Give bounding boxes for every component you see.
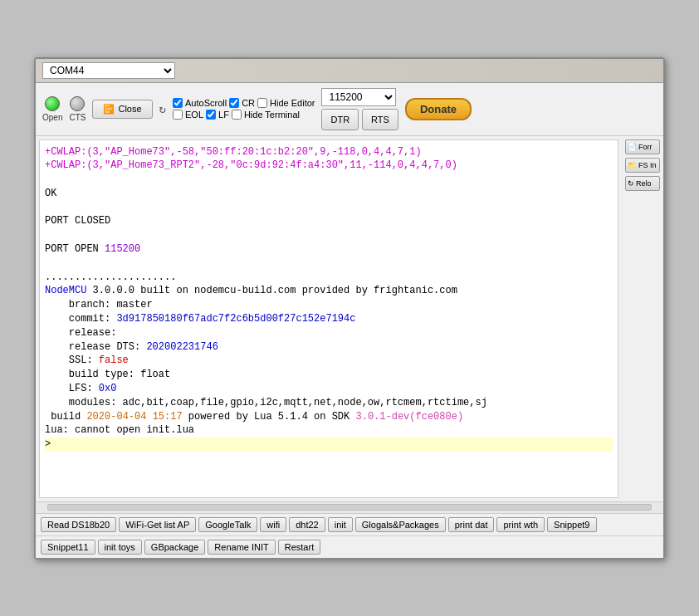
terminal-prompt[interactable]: > <box>45 438 613 452</box>
cts-label: CTS <box>69 113 86 122</box>
baud-select[interactable]: 115200 9600 19200 38400 57600 230400 <box>321 88 396 106</box>
checkbox-group: AutoScroll CR Hide Editor EOL LF Hide Te… <box>173 98 315 120</box>
terminal-line: release: <box>45 326 613 340</box>
terminal-line: SSL: false <box>45 354 613 368</box>
baud-dtr-group: 115200 9600 19200 38400 57600 230400 DTR… <box>321 88 398 130</box>
autoscroll-row: AutoScroll CR Hide Editor <box>173 98 315 108</box>
bottom-toolbar-row2: Snippet11 init toys GBpackage Rename INI… <box>36 535 663 558</box>
btn-dht22[interactable]: dht22 <box>289 517 325 532</box>
terminal-line: build 2020-04-04 15:17 powered by Lua 5.… <box>45 410 613 424</box>
refresh-icon[interactable]: ↻ <box>159 102 166 116</box>
terminal-line: OK <box>45 187 613 201</box>
terminal-line: build type: float <box>45 368 613 382</box>
hide-editor-checkbox[interactable] <box>257 98 267 108</box>
donate-button[interactable]: Donate <box>405 98 472 120</box>
terminal-line <box>45 228 613 242</box>
autoscroll-checkbox[interactable] <box>173 98 183 108</box>
terminal-line: release DTS: 202002231746 <box>45 340 613 354</box>
main-area: +CWLAP:(3,"AP_Home73",-58,"50:ff:20:1c:b… <box>36 136 663 501</box>
btn-print-dat[interactable]: print dat <box>448 517 495 532</box>
bottom-toolbar-row1: Read DS18b20 WiFi-Get list AP GoogleTalk… <box>36 513 663 535</box>
terminal-line: +CWLAP:(3,"AP_Home73_RPT2",-28,"0c:9d:92… <box>45 159 613 173</box>
btn-googletalk[interactable]: GoogleTalk <box>198 517 257 532</box>
hide-terminal-checkbox[interactable] <box>232 110 242 120</box>
fs-button[interactable]: 📁 FS In <box>625 158 660 173</box>
terminal-line: +CWLAP:(3,"AP_Home73",-58,"50:ff:20:1c:b… <box>45 145 613 159</box>
btn-rename-init[interactable]: Rename INIT <box>208 540 275 555</box>
terminal-line: lua: cannot open init.lua <box>45 423 613 438</box>
btn-init[interactable]: init <box>328 517 353 532</box>
terminal-line <box>45 201 613 215</box>
hide-editor-label: Hide Editor <box>270 98 315 108</box>
dtr-button[interactable]: DTR <box>321 109 359 130</box>
btn-snippet11[interactable]: Snippet11 <box>41 540 95 555</box>
cts-led <box>70 96 85 111</box>
horizontal-scrollbar[interactable] <box>36 501 663 513</box>
eol-row: EOL LF Hide Terminal <box>173 110 315 120</box>
toolbar: Open CTS 📴 Close ↻ AutoScroll CR Hide Ed… <box>36 83 663 136</box>
btn-restart[interactable]: Restart <box>278 540 320 555</box>
autoscroll-label: AutoScroll <box>185 98 227 108</box>
terminal-line: LFS: 0x0 <box>45 382 613 396</box>
terminal-line: branch: master <box>45 298 613 312</box>
side-panel: 📄 Forr 📁 FS In ↻ Relo <box>622 136 663 501</box>
open-group: Open <box>42 96 62 122</box>
btn-gbpackage[interactable]: GBpackage <box>144 540 205 555</box>
format-button[interactable]: 📄 Forr <box>625 139 660 154</box>
lf-checkbox[interactable] <box>206 110 216 120</box>
rts-button[interactable]: RTS <box>362 109 398 130</box>
fs-icon: 📁 <box>628 161 637 169</box>
terminal-line: ...................... <box>45 271 613 285</box>
btn-init-toys[interactable]: init toys <box>98 540 142 555</box>
scrollbar-track[interactable] <box>47 504 652 511</box>
terminal-output[interactable]: +CWLAP:(3,"AP_Home73",-58,"50:ff:20:1c:b… <box>39 139 618 498</box>
eol-label: EOL <box>185 110 203 120</box>
hide-terminal-label: Hide Terminal <box>244 110 300 120</box>
terminal-line: modules: adc,bit,coap,file,gpio,i2c,mqtt… <box>45 396 613 410</box>
eol-checkbox[interactable] <box>173 110 183 120</box>
lf-label: LF <box>218 110 229 120</box>
close-button[interactable]: 📴 Close <box>92 100 152 119</box>
terminal-line: NodeMCU 3.0.0.0 built on nodemcu-build.c… <box>45 284 613 298</box>
terminal-line <box>45 257 613 271</box>
port-select[interactable]: COM44 <box>42 62 175 79</box>
btn-snippet9[interactable]: Snippet9 <box>547 517 596 532</box>
btn-glogals[interactable]: Glogals&Packages <box>355 517 446 532</box>
reload-button[interactable]: ↻ Relo <box>625 176 660 191</box>
terminal-line: PORT OPEN 115200 <box>45 242 613 257</box>
cr-checkbox[interactable] <box>229 98 239 108</box>
title-bar: COM44 <box>36 59 663 83</box>
open-label: Open <box>42 113 62 122</box>
cts-group: CTS <box>69 96 86 122</box>
btn-wifi-get-list[interactable]: WiFi-Get list AP <box>119 517 196 532</box>
format-icon: 📄 <box>628 143 637 151</box>
btn-read-ds18b20[interactable]: Read DS18b20 <box>41 517 116 532</box>
cr-label: CR <box>242 98 255 108</box>
main-window: COM44 Open CTS 📴 Close ↻ AutoScroll CR <box>34 57 665 560</box>
btn-wifi[interactable]: wifi <box>260 517 286 532</box>
close-icon: 📴 <box>103 104 115 115</box>
terminal-line <box>45 173 613 187</box>
terminal-line: commit: 3d917850180f67adc7f2c6b5d00f27c1… <box>45 312 613 326</box>
terminal-line: PORT CLOSED <box>45 214 613 228</box>
open-led <box>45 96 60 111</box>
btn-print-wth[interactable]: print wth <box>496 517 545 532</box>
reload-icon: ↻ <box>628 179 634 188</box>
